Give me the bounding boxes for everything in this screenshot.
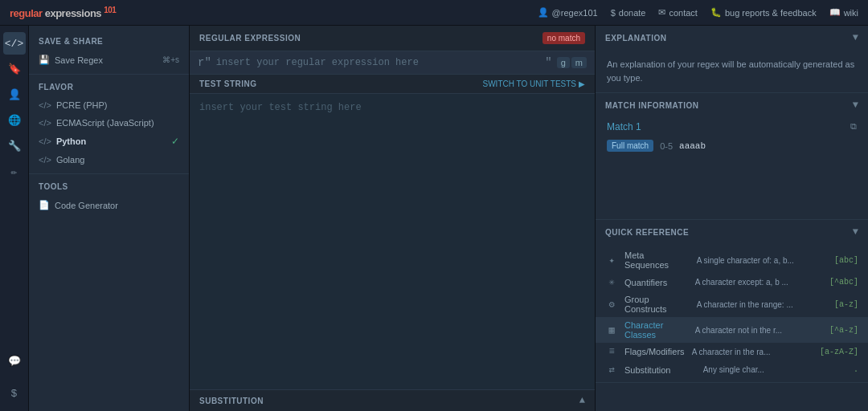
sidebar-icon-tools[interactable]: 🔧	[3, 135, 26, 157]
flavor-title: FLAVOR	[29, 79, 189, 96]
match-spacer	[596, 155, 868, 219]
group-icon: ⚙	[605, 299, 618, 311]
copy-icon[interactable]: ⧉	[850, 122, 857, 132]
switch-to-unit-tests[interactable]: SWITCH TO UNIT TESTS ▶	[483, 79, 586, 88]
flag-m[interactable]: m	[571, 57, 587, 68]
bookmark-icon: 🔖	[8, 63, 21, 75]
qr-group-constructs[interactable]: ⚙ Group Constructs A character in the ra…	[596, 291, 868, 317]
sidebar-icon-account[interactable]: 👤	[3, 83, 26, 106]
switch-label: SWITCH TO UNIT TESTS	[483, 79, 577, 88]
regex-bar: r" " g m	[190, 51, 595, 75]
save-regex-item[interactable]: 💾 Save Regex ⌘+s	[29, 51, 189, 69]
substitution-title: SUBSTITUTION	[199, 397, 264, 405]
explanation-text: An explanation of your regex will be aut…	[607, 58, 857, 84]
explanation-title: EXPLANATION	[605, 34, 666, 43]
quick-ref-body: ✦ Meta Sequences A single character of: …	[596, 244, 868, 382]
divider-2	[29, 173, 189, 174]
char-class-icon: ▦	[605, 324, 618, 336]
bug-icon: 🐛	[710, 7, 722, 18]
sidebar-icon-dollar[interactable]: $	[3, 382, 26, 405]
meta-seq-label: Meta Sequences	[624, 250, 690, 270]
arrow-right-icon: ▶	[579, 79, 585, 88]
flavor-python[interactable]: </> Python ✓	[29, 132, 189, 151]
pcre-label: PCRE (PHP)	[56, 100, 179, 110]
match-value: aaaab	[679, 141, 706, 151]
match-1-detail: Full match 0-5 aaaab	[596, 136, 868, 155]
flag-g[interactable]: g	[557, 57, 570, 68]
code-gen-icon: 📄	[39, 200, 50, 210]
substitution-bar[interactable]: SUBSTITUTION ▲	[190, 389, 595, 411]
match-range: 0-5	[660, 141, 673, 151]
ecma-label: ECMAScript (JavaScript)	[56, 118, 179, 128]
user-link[interactable]: 👤 @regex101	[538, 7, 598, 18]
meta-seq-icon: ✦	[605, 254, 618, 267]
explanation-body: An explanation of your regex will be aut…	[596, 50, 868, 92]
group-desc: A character in the range: ...	[697, 300, 828, 309]
topnav: regular expressions 101 👤 @regex101 $ do…	[0, 0, 868, 26]
sidebar-icon-code[interactable]: </>	[3, 32, 26, 55]
explanation-section: EXPLANATION ▼ An explanation of your reg…	[596, 26, 868, 93]
char-class-example: [^a-z]	[829, 326, 858, 335]
contact-link[interactable]: ✉ contact	[658, 7, 697, 18]
qr-meta-sequences[interactable]: ✦ Meta Sequences A single character of: …	[596, 247, 868, 273]
regex-flags: g m	[557, 57, 587, 68]
test-string-header: TEST STRING SWITCH TO UNIT TESTS ▶	[190, 75, 595, 94]
logo-prefix: regular	[10, 7, 43, 19]
code-generator-item[interactable]: 📄 Code Generator	[29, 196, 189, 214]
account-icon: 👤	[8, 88, 21, 101]
substitution-example: .	[854, 365, 858, 374]
match-1-row: Match 1 ⧉	[596, 117, 868, 136]
substitution-icon: ⇄	[605, 364, 618, 376]
wiki-link[interactable]: 📖 wiki	[829, 7, 858, 18]
qr-character-classes[interactable]: ▦ Character Classes A character not in t…	[596, 317, 868, 343]
substitution-qr-label: Substitution	[624, 365, 697, 375]
tools-icon: 🔧	[8, 140, 21, 153]
user-icon: 👤	[538, 7, 549, 18]
explanation-header[interactable]: EXPLANATION ▼	[596, 26, 868, 50]
sidebar-icon-globe[interactable]: 🌐	[3, 109, 26, 132]
match-1-label: Match 1	[607, 121, 641, 132]
match-information-section: MATCH INFORMATION ▼ Match 1 ⧉ Full match…	[596, 93, 868, 220]
substitution-collapse-icon: ▲	[579, 395, 585, 406]
quick-ref-header[interactable]: QUICK REFERENCE ▼	[596, 220, 868, 244]
full-match-badge: Full match	[607, 140, 653, 152]
wiki-icon: 📖	[829, 7, 841, 18]
qr-substitution[interactable]: ⇄ Substitution Any single char... .	[596, 360, 868, 379]
meta-seq-example: [abc]	[834, 256, 858, 265]
python-label: Python	[56, 136, 166, 146]
qr-quantifiers[interactable]: ✳ Quantifiers A character except: a, b .…	[596, 273, 868, 291]
quantifiers-label: Quantifiers	[624, 278, 689, 287]
quick-ref-title: QUICK REFERENCE	[605, 228, 689, 237]
right-panel: EXPLANATION ▼ An explanation of your reg…	[595, 26, 868, 411]
logo-suffix: 101	[104, 6, 116, 14]
regex-title: REGULAR EXPRESSION	[199, 34, 301, 43]
regex-input[interactable]	[216, 57, 540, 68]
match-info-header[interactable]: MATCH INFORMATION ▼	[596, 93, 868, 117]
substitution-desc: Any single char...	[703, 365, 847, 374]
flavor-golang[interactable]: </> Golang	[29, 151, 189, 169]
save-shortcut: ⌘+s	[162, 55, 179, 64]
sidebar-icons: </> 🔖 👤 🌐 🔧 ✏ 💬 $	[0, 26, 29, 411]
pcre-icon: </>	[39, 100, 51, 110]
sidebar-icon-chat[interactable]: 💬	[3, 350, 26, 372]
pencil-icon: ✏	[11, 165, 18, 178]
logo-highlight: expressions	[45, 7, 101, 19]
no-match-badge: no match	[542, 32, 585, 44]
sidebar-icon-edit[interactable]: ✏	[3, 161, 26, 183]
flavor-pcre[interactable]: </> PCRE (PHP)	[29, 96, 189, 114]
quantifiers-example: [^abc]	[829, 278, 858, 287]
bug-link[interactable]: 🐛 bug reports & feedback	[710, 7, 817, 18]
mail-icon: ✉	[658, 7, 665, 18]
sidebar-icon-bookmark[interactable]: 🔖	[3, 58, 26, 80]
flags-label: Flags/Modifiers	[624, 347, 686, 356]
test-textarea[interactable]	[190, 94, 595, 389]
test-string-title: TEST STRING	[199, 79, 257, 88]
golang-icon: </>	[39, 155, 51, 165]
python-check-icon: ✓	[171, 136, 179, 147]
donate-link[interactable]: $ donate	[611, 8, 646, 18]
python-icon: </>	[39, 136, 51, 146]
flavor-ecmascript[interactable]: </> ECMAScript (JavaScript)	[29, 114, 189, 132]
save-share-title: SAVE & SHARE	[29, 34, 189, 51]
qr-flags-modifiers[interactable]: ≡ Flags/Modifiers A character in the ra.…	[596, 343, 868, 360]
topnav-links: 👤 @regex101 $ donate ✉ contact 🐛 bug rep…	[538, 7, 858, 18]
